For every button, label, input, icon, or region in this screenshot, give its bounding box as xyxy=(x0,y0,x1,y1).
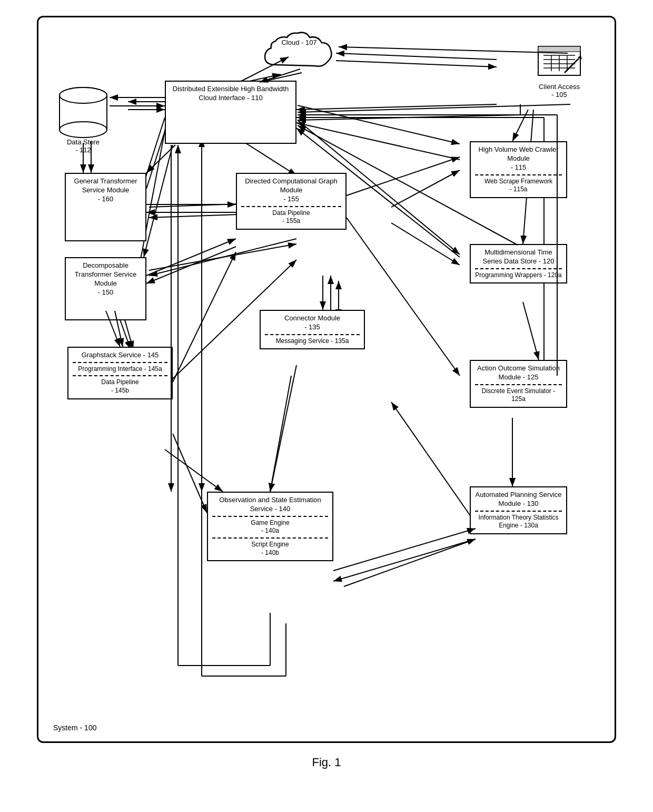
cloud-box: Cloud - 107 xyxy=(260,28,339,77)
svg-line-70 xyxy=(146,239,236,276)
svg-line-11 xyxy=(239,139,296,175)
svg-line-25 xyxy=(165,449,223,492)
decomposable-transformer-label: Decomposable Transformer Service Module-… xyxy=(75,261,136,296)
dehbci-box: Distributed Extensible High Bandwidth Cl… xyxy=(165,81,296,144)
svg-line-93 xyxy=(298,115,520,120)
multidim-sub1: Programming Wrappers - 120a xyxy=(475,268,562,280)
svg-line-27 xyxy=(296,123,460,160)
svg-line-81 xyxy=(347,218,460,376)
svg-line-78 xyxy=(173,434,207,513)
client-access-label: Client Access- 105 xyxy=(536,83,583,99)
svg-line-17 xyxy=(149,239,296,276)
observation-box: Observation and State Estimation Service… xyxy=(207,492,333,561)
graphstack-box: Graphstack Service - 145 Programming Int… xyxy=(67,347,173,399)
svg-line-33 xyxy=(344,539,476,586)
svg-line-23 xyxy=(270,365,296,492)
observation-sub1: Game Engine- 140a xyxy=(212,516,328,535)
directed-comp-title: Directed Computational Graph Module- 155 xyxy=(241,177,341,204)
dehbci-label: Distributed Extensible High Bandwidth Cl… xyxy=(173,85,289,102)
general-transformer-box: General Transformer Service Module- 160 xyxy=(65,173,146,241)
svg-line-76 xyxy=(347,157,460,195)
system-label: System - 100 xyxy=(53,723,96,732)
figure-label: Fig. 1 xyxy=(312,756,341,769)
connector-box: Connector Module- 135 Messaging Service … xyxy=(260,310,365,349)
data-store-box: Data Store- 112 xyxy=(54,86,112,154)
svg-line-62 xyxy=(298,105,460,144)
automated-planning-sub1: Information Theory Statistics Engine - 1… xyxy=(475,511,562,530)
svg-line-6 xyxy=(336,61,497,67)
svg-line-71 xyxy=(146,247,236,283)
client-access-box: Client Access- 105 xyxy=(536,44,583,99)
svg-line-34 xyxy=(391,402,476,523)
action-outcome-box: Action Outcome Simulation Module - 125 D… xyxy=(470,360,567,408)
svg-point-54 xyxy=(60,122,107,138)
svg-line-30 xyxy=(391,223,460,265)
svg-line-18 xyxy=(149,244,296,270)
graphstack-sub2: Data Pipeline- 145b xyxy=(73,375,167,395)
svg-line-84 xyxy=(333,529,476,571)
general-transformer-label: General Transformer Service Module- 160 xyxy=(74,177,137,203)
svg-line-61 xyxy=(298,104,570,112)
svg-line-7 xyxy=(296,104,497,110)
svg-line-67 xyxy=(144,145,173,257)
connector-title: Connector Module- 135 xyxy=(265,314,360,332)
action-outcome-sub1: Discrete Event Simulator - 125a xyxy=(475,384,562,404)
svg-line-28 xyxy=(512,110,528,141)
high-volume-title: High Volume Web Crawler Module- 115 xyxy=(475,145,562,172)
observation-title: Observation and State Estimation Service… xyxy=(212,496,328,514)
automated-planning-title: Automated Planning Service Module - 130 xyxy=(475,491,562,508)
multidim-title: Multidimensional Time Series Data Store … xyxy=(475,248,562,266)
graphstack-title: Graphstack Service - 145 xyxy=(73,351,167,360)
connector-sub1: Messaging Service - 135a xyxy=(265,334,360,346)
svg-line-26 xyxy=(391,170,460,207)
directed-comp-sub1: Data Pipeline- 155a xyxy=(241,206,341,226)
cloud-label: Cloud - 107 xyxy=(260,38,339,46)
high-volume-box: High Volume Web Crawler Module- 115 Web … xyxy=(470,141,567,198)
graphstack-sub1: Programming Interface - 145a xyxy=(73,362,167,374)
multidim-box: Multidimensional Time Series Data Store … xyxy=(470,244,567,283)
observation-sub2: Script Engine- 140b xyxy=(212,537,328,557)
high-volume-sub1: Web Scrape Framework- 115a xyxy=(475,174,562,194)
svg-line-60 xyxy=(339,47,568,53)
svg-line-5 xyxy=(336,53,497,60)
system-diagram: Cloud - 107 Client Access- 105 Data Stor xyxy=(37,16,616,743)
svg-point-55 xyxy=(60,87,107,103)
svg-line-66 xyxy=(146,145,175,173)
decomposable-transformer-box: Decomposable Transformer Service Module-… xyxy=(65,257,146,320)
svg-line-79 xyxy=(270,376,291,492)
svg-line-91 xyxy=(173,252,236,382)
directed-comp-box: Directed Computational Graph Module- 155… xyxy=(236,173,347,230)
action-outcome-title: Action Outcome Simulation Module - 125 xyxy=(475,364,562,382)
svg-line-85 xyxy=(333,539,476,581)
svg-rect-42 xyxy=(538,46,580,52)
svg-line-82 xyxy=(523,302,539,360)
automated-planning-box: Automated Planning Service Module - 130 … xyxy=(470,486,567,534)
